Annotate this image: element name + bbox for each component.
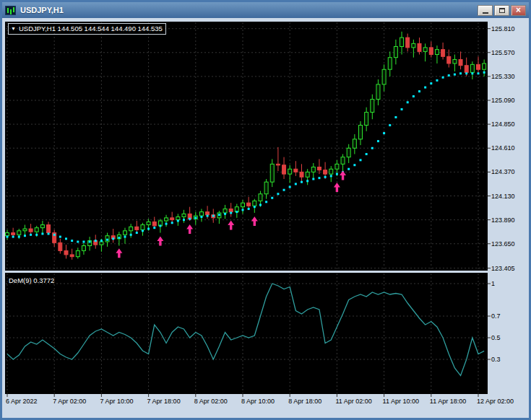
ma-dot <box>330 175 332 177</box>
price-axis-label: 124.130 <box>491 193 515 200</box>
candle <box>365 113 368 126</box>
candle <box>447 56 451 64</box>
price-axis-label: 124.370 <box>491 168 515 175</box>
candle <box>247 203 251 206</box>
candle <box>6 233 9 236</box>
ma-dot <box>147 228 150 230</box>
candle <box>341 157 345 165</box>
candle <box>423 48 427 52</box>
candle <box>47 225 51 233</box>
candle <box>241 203 245 207</box>
candle <box>441 50 445 57</box>
candle <box>124 231 127 235</box>
candle <box>282 165 286 174</box>
ma-dot <box>248 208 250 210</box>
ma-dot <box>413 95 415 97</box>
candle <box>270 164 274 182</box>
time-axis-label: 7 Apr 10:00 <box>100 398 133 405</box>
ma-dot <box>448 74 450 76</box>
time-axis-label: 7 Apr 18:00 <box>147 398 181 405</box>
ma-dot <box>59 236 61 238</box>
ma-dot <box>194 216 197 219</box>
candle <box>206 212 210 215</box>
ma-dot <box>207 215 209 217</box>
collapse-triangle-icon[interactable]: ▼ <box>11 26 16 31</box>
candle <box>176 216 180 219</box>
candle <box>324 170 327 175</box>
ma-dot <box>159 224 161 227</box>
indicator-axis-label: 0.3 <box>491 356 501 363</box>
ma-dot <box>430 82 432 84</box>
close-button[interactable]: × <box>511 5 526 16</box>
indicator-axis-label: 0.7 <box>491 312 501 320</box>
ma-dot <box>165 223 168 225</box>
ma-dot <box>377 140 379 142</box>
candle <box>465 66 468 73</box>
window-controls: × <box>478 5 526 16</box>
ma-dot <box>112 237 114 240</box>
candle <box>347 148 350 157</box>
ma-dot <box>130 234 132 236</box>
ma-dot <box>142 229 144 232</box>
ma-dot <box>418 90 420 92</box>
ma-dot <box>454 74 456 76</box>
candle <box>17 231 21 235</box>
indicator-panel-bg <box>5 273 488 394</box>
ma-dot <box>7 236 9 238</box>
ma-dot <box>459 72 462 74</box>
ma-dot <box>483 71 485 74</box>
ma-dot <box>360 159 362 161</box>
candle <box>483 64 486 69</box>
ma-dot <box>271 197 273 199</box>
candle <box>100 242 103 245</box>
minimize-icon <box>483 12 488 14</box>
ma-dot <box>136 232 138 234</box>
candle <box>306 172 309 177</box>
time-axis-label: 11 Apr 10:00 <box>383 398 419 405</box>
candle <box>40 225 44 228</box>
ma-dot <box>183 219 185 221</box>
ma-dot <box>383 132 385 134</box>
ma-dot <box>218 214 220 216</box>
ma-dot <box>53 234 56 236</box>
candle <box>199 212 203 216</box>
ma-dot <box>389 124 391 126</box>
candle <box>147 222 150 224</box>
minimize-button[interactable] <box>478 5 493 16</box>
candle <box>29 229 33 232</box>
ma-dot <box>277 193 279 195</box>
ma-dot <box>30 234 32 236</box>
chart-content: 125.810125.570125.330125.090124.850124.6… <box>2 18 529 418</box>
candle <box>264 182 268 194</box>
ma-dot <box>289 186 291 188</box>
candle <box>288 169 292 174</box>
chart-icon <box>5 6 16 15</box>
time-axis-label: 8 Apr 10:00 <box>241 398 275 405</box>
ma-dot <box>436 79 438 82</box>
ma-dot <box>366 153 368 155</box>
titlebar[interactable]: USDJPY,H1 × <box>2 2 529 18</box>
restore-button[interactable] <box>494 5 509 16</box>
candle <box>453 59 457 64</box>
candle <box>300 172 303 177</box>
ma-dot <box>95 240 97 242</box>
indicator-label: DeM(9) 0.3772 <box>9 276 54 284</box>
candle <box>141 225 144 230</box>
ma-dot <box>65 237 67 240</box>
candle <box>135 227 139 229</box>
ma-dot <box>71 240 73 242</box>
ma-dot <box>465 72 467 74</box>
ma-dot <box>236 211 238 213</box>
indicator-axis-label: 1 <box>491 280 495 287</box>
chart-canvas[interactable]: 125.810125.570125.330125.090124.850124.6… <box>2 18 529 418</box>
price-axis-label: 125.570 <box>491 49 515 56</box>
ma-dot <box>347 168 350 170</box>
candle <box>76 250 79 256</box>
ma-dot <box>312 178 314 180</box>
candle <box>329 169 333 174</box>
ma-dot <box>478 72 480 74</box>
ma-dot <box>224 213 226 215</box>
ma-dot <box>124 236 126 238</box>
candle <box>477 64 480 69</box>
candle <box>165 218 168 221</box>
